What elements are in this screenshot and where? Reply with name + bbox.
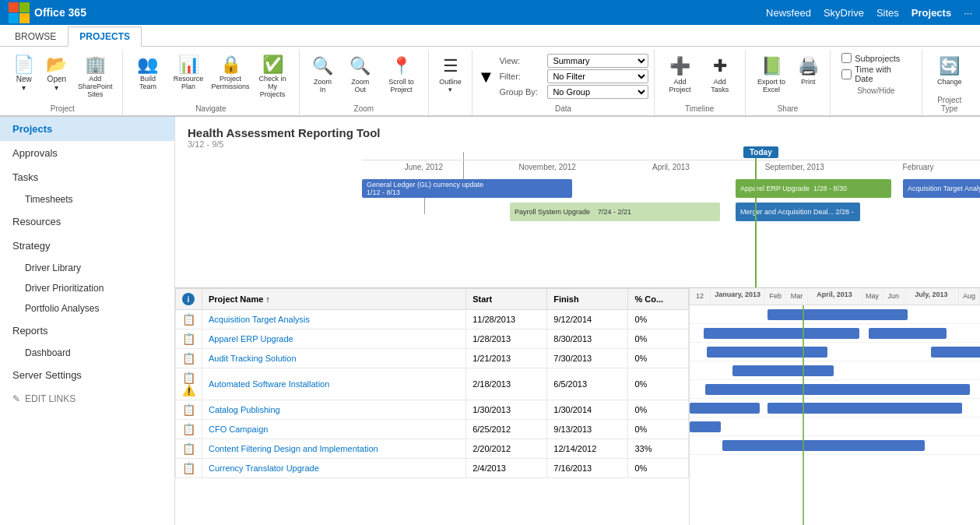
add-sharepoint-button[interactable]: 🏢 Add SharePoint Sites <box>74 53 117 101</box>
row-icon-cell: 📋 <box>176 459 202 478</box>
filter-icon: ▼ <box>478 67 495 87</box>
add-tasks-button[interactable]: ✚ Add Tasks <box>701 53 739 97</box>
nav-skydrive[interactable]: SkyDrive <box>824 7 864 19</box>
ribbon-group-navigate-items: 👥 Build Team 📊 Resource Plan 🔒 Project P… <box>129 50 293 104</box>
subprojects-row: Subprojects <box>841 53 910 63</box>
tab-projects[interactable]: PROJECTS <box>68 26 142 47</box>
row-start: 6/25/2012 <box>466 420 547 439</box>
checkin-button[interactable]: ✅ Check in My Projects <box>252 53 293 101</box>
sidebar-item-approvals[interactable]: Approvals <box>0 141 174 165</box>
row-start: 2/18/2013 <box>466 368 547 400</box>
office365-logo[interactable]: Office 365 <box>8 2 86 23</box>
timedate-row: Time with Date <box>841 65 910 83</box>
subprojects-label: Subprojects <box>855 54 900 63</box>
ribbon-navigate-label: Navigate <box>195 104 226 115</box>
row-finish: 9/12/2014 <box>547 310 628 329</box>
gantt-bar-row-2b <box>869 328 947 339</box>
build-team-button[interactable]: 👥 Build Team <box>129 53 167 93</box>
build-team-icon: 👥 <box>137 56 158 73</box>
add-project-button[interactable]: ➕ Add Project <box>661 53 700 97</box>
row-icon-cell: 📋 <box>176 420 202 439</box>
subprojects-checkbox[interactable] <box>841 53 852 63</box>
tab-browse[interactable]: BROWSE <box>3 26 68 46</box>
project-link[interactable]: Content Filtering Design and Implementat… <box>209 444 378 453</box>
row-name-cell: Apparel ERP Upgrade <box>202 329 466 349</box>
row-name-cell: Automated Software Installation <box>202 368 466 400</box>
sidebar-item-projects[interactable]: Projects <box>0 117 174 141</box>
row-pct: 33% <box>628 439 689 459</box>
open-button[interactable]: 📂 Open▾ <box>41 53 72 95</box>
sidebar-item-strategy[interactable]: Strategy <box>0 234 174 258</box>
sidebar-item-resources[interactable]: Resources <box>0 210 174 234</box>
new-button[interactable]: 📄 New▾ <box>9 53 40 95</box>
add-project-icon: ➕ <box>669 56 690 76</box>
table-row: 📋 Acquisition Target Analysis 11/28/2013… <box>176 310 689 329</box>
ribbon-tabs: BROWSE PROJECTS <box>0 25 980 47</box>
content-area: Health Assessment Reporting Tool 3/12 - … <box>175 117 980 525</box>
change-button[interactable]: 🔄 Change <box>933 53 967 89</box>
project-link[interactable]: Currency Translator Upgrade <box>209 463 319 473</box>
print-button[interactable]: 🖨️ Print <box>792 53 824 89</box>
sidebar-item-server-settings[interactable]: Server Settings <box>0 363 174 387</box>
project-permissions-button[interactable]: 🔒 Project Permissions <box>210 53 251 93</box>
row-icon-cell: 📋 <box>176 329 202 349</box>
row-icon-cell: 📋 <box>176 439 202 459</box>
row-finish: 12/14/2012 <box>547 439 628 459</box>
th-finish: Finish <box>547 289 628 310</box>
project-link[interactable]: Audit Tracking Solution <box>209 354 297 363</box>
sidebar-item-tasks[interactable]: Tasks <box>0 165 174 189</box>
view-row: View: Summary <box>499 54 648 68</box>
sidebar-edit-links[interactable]: ✎ EDIT LINKS <box>0 387 174 410</box>
sidebar-item-portfolio-analyses[interactable]: Portfolio Analyses <box>0 298 174 319</box>
scroll-to-project-button[interactable]: 📍 Scroll to Project <box>381 53 422 97</box>
nav-newsfeed[interactable]: Newsfeed <box>766 7 811 19</box>
ribbon-group-projecttype-items: 🔄 Change <box>933 50 967 96</box>
project-link[interactable]: CFO Campaign <box>209 425 268 434</box>
row-name-cell: Acquisition Target Analysis <box>202 310 466 329</box>
row-start: 1/28/2013 <box>466 329 547 349</box>
resource-plan-button[interactable]: 📊 Resource Plan <box>168 53 209 93</box>
sidebar-item-driver-prioritization[interactable]: Driver Prioritization <box>0 278 174 298</box>
project-link[interactable]: Acquisition Target Analysis <box>209 315 310 324</box>
ribbon-group-project-items: 📄 New▾ 📂 Open▾ 🏢 Add SharePoint Sites <box>9 50 117 104</box>
row-icon-cell: 📋 <box>176 400 202 420</box>
row-finish: 7/30/2013 <box>547 349 628 368</box>
sidebar-item-timesheets[interactable]: Timesheets <box>0 189 174 210</box>
gantt-right-months: 12 January, 2013 Feb Mar April, 2013 May… <box>690 288 980 305</box>
gantt-bar-row-1 <box>767 309 908 320</box>
zoom-out-button[interactable]: 🔍 Zoom Out <box>341 53 380 97</box>
sidebar-item-driver-library[interactable]: Driver Library <box>0 258 174 278</box>
project-list-left: i Project Name ↑ Start Finish % Co... 📋 … <box>175 288 690 525</box>
nav-sites[interactable]: Sites <box>876 7 899 19</box>
row-name-cell: Audit Tracking Solution <box>202 349 466 368</box>
top-nav-links: Newsfeed SkyDrive Sites Projects ··· <box>766 7 972 19</box>
view-select[interactable]: Summary <box>547 54 648 68</box>
timedate-checkbox[interactable] <box>841 69 852 79</box>
logo-text: Office 365 <box>34 6 86 19</box>
ribbon-group-projecttype: 🔄 Change Project Type <box>922 50 977 115</box>
project-link[interactable]: Automated Software Installation <box>209 379 329 389</box>
nav-more[interactable]: ··· <box>964 7 972 19</box>
row-start: 11/28/2013 <box>466 310 547 329</box>
outline-button[interactable]: ☰ Outline▾ <box>434 53 466 97</box>
svg-rect-3 <box>19 13 30 23</box>
th-start: Start <box>466 289 547 310</box>
filter-select[interactable]: No Filter <box>547 69 648 83</box>
gantt-bar-merger: Merger and Acquisition Deal... 2/28 - 7/… <box>736 203 860 221</box>
permissions-icon: 🔒 <box>220 56 241 73</box>
zoom-in-button[interactable]: 🔍 Zoom In <box>306 53 339 97</box>
groupby-select[interactable]: No Group <box>547 85 648 99</box>
nav-projects[interactable]: Projects <box>912 7 951 19</box>
gantt-bar-row-3 <box>707 347 827 358</box>
row-finish: 1/30/2014 <box>547 400 628 420</box>
export-excel-button[interactable]: 📗 Export to Excel <box>752 53 791 97</box>
gantt-bar-apparel: Apparel ERP Upgrade 1/28 - 8/30 <box>736 179 891 198</box>
row-pct: 0% <box>628 329 689 349</box>
info-icon: i <box>182 293 195 305</box>
project-table-body: 📋 Acquisition Target Analysis 11/28/2013… <box>176 310 689 478</box>
project-link[interactable]: Apparel ERP Upgrade <box>209 334 293 344</box>
sidebar-item-dashboard[interactable]: Dashboard <box>0 343 174 363</box>
project-link[interactable]: Catalog Publishing <box>209 405 280 414</box>
sidebar-item-reports[interactable]: Reports <box>0 319 174 343</box>
project-list-area: i Project Name ↑ Start Finish % Co... 📋 … <box>175 288 980 525</box>
